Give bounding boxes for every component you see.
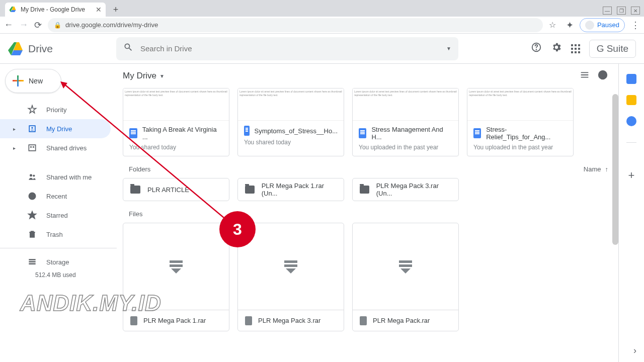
folder-card[interactable]: PLR Mega Pack 3.rar (Un... [352, 178, 459, 201]
plus-icon [13, 75, 24, 86]
help-icon[interactable] [531, 42, 542, 55]
sort-label: Name [584, 165, 601, 173]
sidebar: New Priority ▸ My Drive ▸ Shared drives … [0, 64, 117, 362]
suggestion-title: Taking A Break At Virginia ... [142, 126, 223, 141]
expand-icon[interactable]: ▸ [13, 145, 18, 151]
show-side-panel-icon[interactable]: › [633, 345, 636, 356]
svg-point-8 [31, 127, 33, 129]
reload-button[interactable]: ⟳ [34, 20, 42, 31]
drive-icon [8, 41, 24, 56]
gsuite-badge[interactable]: G Suite [589, 40, 636, 58]
expand-icon[interactable]: ▸ [13, 126, 18, 132]
url-bar[interactable]: 🔒 drive.google.com/drive/my-drive [48, 18, 543, 32]
svg-point-12 [33, 174, 35, 176]
close-window-button[interactable]: ✕ [631, 7, 640, 15]
suggestion-card[interactable]: Lorem ipsum dolor sit amet text preview … [123, 88, 229, 156]
svg-point-7 [536, 49, 536, 50]
my-drive-icon [27, 124, 37, 134]
back-button[interactable]: ← [4, 20, 13, 30]
new-button[interactable]: New [5, 69, 61, 93]
forward-button: → [19, 20, 28, 30]
list-view-icon[interactable] [579, 69, 590, 82]
search-input[interactable] [140, 44, 439, 53]
add-ons-icon[interactable]: + [628, 169, 635, 182]
my-drive-label: My Drive [46, 125, 72, 133]
recent-icon [27, 191, 37, 201]
sidebar-item-priority[interactable]: Priority [0, 100, 111, 119]
priority-icon [27, 105, 37, 115]
storage-used: 512.4 MB used [0, 272, 117, 279]
suggestion-title: Stress-Relief_Tips_for_Ang... [486, 126, 567, 141]
svg-rect-15 [29, 261, 35, 262]
search-bar[interactable]: ▼ [116, 37, 458, 60]
close-icon[interactable]: ✕ [96, 6, 102, 14]
folder-icon [130, 186, 140, 194]
side-panel: + › [619, 64, 644, 362]
folder-card[interactable]: PLR ARTICLE [123, 178, 229, 201]
docs-icon [473, 128, 481, 138]
calendar-icon[interactable] [626, 74, 636, 84]
browser-tab[interactable]: My Drive - Google Drive ✕ [5, 3, 106, 17]
file-card[interactable]: PLR Mega Pack 3.rar [237, 223, 344, 331]
svg-rect-16 [29, 263, 35, 265]
folders-heading: Folders [129, 165, 150, 173]
rar-icon [130, 316, 137, 325]
lock-icon: 🔒 [54, 22, 61, 29]
svg-point-10 [33, 146, 34, 148]
tasks-icon[interactable] [626, 116, 636, 126]
suggestion-subtitle: You uploaded in the past year [473, 144, 567, 151]
svg-rect-14 [29, 259, 35, 260]
folder-card[interactable]: PLR Mega Pack 1.rar (Un... [237, 178, 344, 201]
trash-label: Trash [46, 231, 63, 238]
breadcrumb[interactable]: My Drive ▼ [123, 71, 165, 81]
info-icon[interactable] [597, 69, 608, 82]
sidebar-item-shared-drives[interactable]: ▸ Shared drives [0, 138, 111, 157]
svg-point-11 [30, 174, 32, 176]
drive-header: Drive ▼ G Suite [0, 34, 644, 64]
minimize-button[interactable]: ― [603, 7, 612, 15]
suggestion-card[interactable]: Lorem ipsum dolor sit amet text preview … [237, 88, 344, 156]
scrollbar[interactable] [612, 94, 618, 245]
sort-control[interactable]: Name ↑ [584, 165, 608, 173]
watermark: ANDIK.MY.ID [20, 291, 162, 316]
file-thumbnail [353, 223, 458, 310]
new-tab-button[interactable]: + [109, 3, 123, 17]
sidebar-item-shared-with-me[interactable]: Shared with me [0, 167, 111, 187]
shared-drives-label: Shared drives [46, 144, 87, 152]
folder-icon [360, 186, 369, 194]
bookmark-star-icon[interactable]: ☆ [549, 20, 556, 30]
chrome-menu-icon[interactable]: ⋮ [631, 20, 640, 31]
sidebar-item-my-drive[interactable]: ▸ My Drive [0, 119, 111, 138]
file-name: PLR Mega Pack 1.rar [143, 317, 206, 324]
sidebar-item-starred[interactable]: Starred [0, 206, 111, 225]
arrow-up-icon: ↑ [605, 165, 609, 173]
suggestion-card[interactable]: Lorem ipsum dolor sit amet text preview … [467, 88, 574, 156]
file-name: PLR Mega Pack.rar [373, 317, 430, 324]
search-icon [123, 42, 133, 55]
suggestion-subtitle: You shared today [129, 144, 223, 151]
maximize-button[interactable]: ❐ [617, 7, 626, 15]
docs-icon [244, 126, 250, 136]
suggestion-card[interactable]: Lorem ipsum dolor sit amet text preview … [352, 88, 459, 156]
suggestion-subtitle: You shared today [244, 139, 338, 146]
profile-paused[interactable]: Paused [580, 18, 625, 32]
extensions-icon[interactable]: ✦ [566, 20, 574, 31]
gear-icon[interactable] [551, 42, 562, 55]
shared-with-me-label: Shared with me [46, 173, 92, 181]
file-name: PLR Mega Pack 3.rar [258, 317, 320, 324]
search-options-icon[interactable]: ▼ [446, 46, 451, 51]
sidebar-item-recent[interactable]: Recent [0, 187, 111, 206]
file-card[interactable]: PLR Mega Pack.rar [352, 223, 459, 331]
keep-icon[interactable] [626, 95, 636, 105]
shared-with-me-icon [27, 172, 37, 182]
drive-logo[interactable]: Drive [8, 41, 116, 56]
sidebar-item-trash[interactable]: Trash [0, 225, 111, 244]
annotation-number: 3 [219, 211, 256, 247]
breadcrumb-label: My Drive [123, 71, 156, 81]
folder-name: PLR Mega Pack 1.rar (Un... [262, 182, 337, 197]
sidebar-item-storage[interactable]: Storage [0, 252, 111, 272]
apps-grid-icon[interactable] [571, 44, 580, 53]
url-text: drive.google.com/drive/my-drive [65, 21, 158, 29]
address-bar-row: ← → ⟳ 🔒 drive.google.com/drive/my-drive … [0, 17, 644, 34]
starred-icon [27, 210, 37, 220]
